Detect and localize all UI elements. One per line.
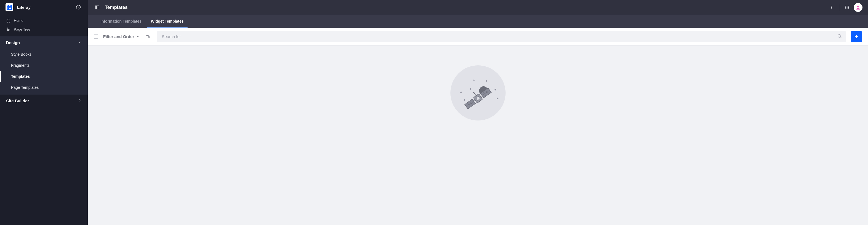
svg-marker-11 [78,6,79,8]
divider [839,4,839,11]
sidebar-item-label: Templates [11,74,30,78]
brand-name: Liferay [17,5,74,10]
sidebar-item-label: Fragments [11,63,30,68]
svg-rect-21 [845,6,846,7]
svg-rect-17 [95,6,96,9]
page-title: Templates [105,5,827,10]
toolbar: Filter and Order [88,28,868,45]
apps-grid-icon [845,5,849,10]
caret-down-icon [136,35,139,38]
home-icon [6,18,10,23]
sidebar-link-label: Page Tree [14,27,30,31]
sidebar: Liferay Home Page Tree Design [0,0,88,225]
svg-point-30 [857,6,859,7]
svg-rect-28 [847,8,847,9]
section-header-design[interactable]: Design [0,36,88,49]
svg-rect-25 [847,7,847,8]
chevron-down-icon [78,40,82,45]
section-items-design: Style Books Fragments Templates Page Tem… [0,49,88,95]
search-input[interactable] [157,31,846,42]
svg-rect-2 [9,5,10,6]
section-label: Design [6,40,78,45]
svg-point-18 [831,6,832,7]
dots-vertical-icon [829,5,834,10]
sidebar-item-label: Page Templates [11,85,39,90]
tabs-bar: Information Templates Widget Templates [88,14,868,28]
svg-rect-23 [848,6,849,7]
sidebar-section-design: Design Style Books Fragments Templates P… [0,36,88,95]
tab-label: Widget Templates [151,19,184,24]
sidebar-item-label: Style Books [11,52,31,57]
apps-button[interactable] [843,3,851,12]
filter-order-dropdown[interactable]: Filter and Order [103,34,139,39]
svg-line-52 [474,93,476,96]
svg-rect-6 [10,7,11,7]
user-avatar[interactable] [854,3,863,12]
chevron-right-icon [78,98,82,103]
sort-button[interactable] [144,33,152,40]
svg-line-51 [480,96,482,97]
sidebar-link-page-tree[interactable]: Page Tree [0,25,88,34]
topbar: Templates [88,0,868,14]
section-header-site-builder[interactable]: Site Builder [0,95,88,107]
svg-rect-12 [7,28,8,28]
svg-rect-1 [7,5,8,6]
add-button[interactable] [851,31,862,42]
sidebar-item-page-templates[interactable]: Page Templates [0,82,88,93]
tab-widget-templates[interactable]: Widget Templates [147,14,188,28]
select-all-checkbox[interactable] [94,34,98,39]
section-label: Site Builder [6,98,78,103]
sort-icon [146,34,151,39]
svg-rect-8 [9,8,10,9]
search-wrap [157,31,846,42]
svg-rect-5 [9,7,10,7]
page-tree-icon [6,27,10,31]
svg-line-46 [474,100,475,101]
panel-left-icon [95,5,99,10]
svg-rect-4 [7,7,8,7]
svg-rect-7 [7,8,8,9]
svg-marker-31 [137,36,139,37]
svg-rect-22 [847,6,847,7]
sidebar-header: Liferay [0,0,88,14]
satellite-icon [451,65,505,121]
empty-illustration [451,65,505,121]
svg-rect-14 [8,30,10,31]
sidebar-section-site-builder: Site Builder [0,95,88,107]
sidebar-item-style-books[interactable]: Style Books [0,49,88,60]
svg-rect-3 [10,5,11,6]
plus-icon [854,34,859,39]
svg-point-20 [831,8,832,9]
main: Templates Information Templates Widget T… [88,0,868,225]
sidebar-item-templates[interactable]: Templates [0,71,88,82]
svg-rect-24 [845,7,846,8]
liferay-logo-icon [7,5,12,10]
sidebar-quick-links: Home Page Tree [0,14,88,36]
filter-order-label: Filter and Order [103,34,134,39]
compass-icon [76,5,81,10]
sidebar-link-home[interactable]: Home [0,16,88,25]
compass-button[interactable] [74,3,82,11]
svg-rect-26 [848,7,849,8]
sidebar-item-fragments[interactable]: Fragments [0,60,88,71]
toggle-sidebar-button[interactable] [93,4,101,11]
tab-label: Information Templates [100,19,142,24]
svg-rect-9 [10,8,11,9]
options-button[interactable] [827,3,836,12]
svg-rect-27 [845,8,846,9]
empty-state [88,45,868,225]
user-icon [856,5,861,10]
topbar-actions [827,3,863,12]
sidebar-link-label: Home [14,19,24,23]
svg-rect-29 [848,8,849,9]
brand-logo[interactable] [5,3,13,11]
tab-information-templates[interactable]: Information Templates [96,14,145,28]
svg-point-19 [831,7,832,8]
